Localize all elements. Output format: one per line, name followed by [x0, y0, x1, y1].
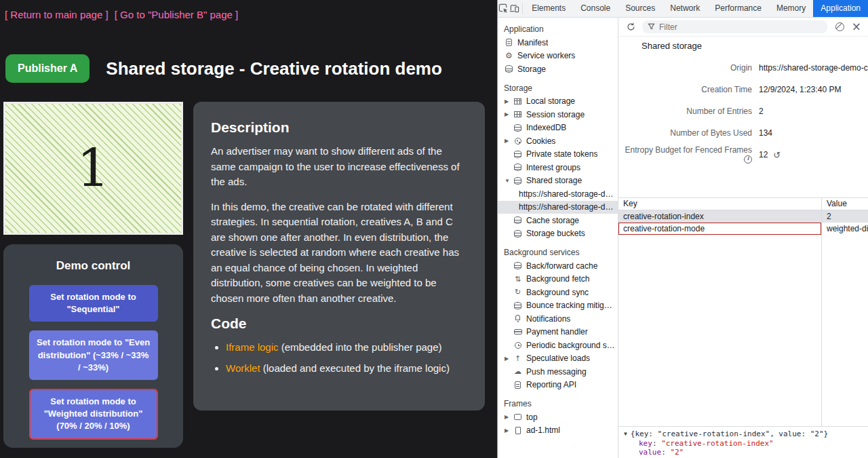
refresh-icon[interactable] [627, 22, 635, 31]
sidebar-section-storage: Storage▶Local storage▶Session storageInd… [498, 82, 618, 241]
sidebar-item-background-fetch[interactable]: Background fetch [498, 273, 618, 286]
sidebar-item-session-storage[interactable]: ▶Session storage [498, 108, 618, 121]
sidebar-item-label: Storage [517, 64, 546, 74]
tabbar-divider [522, 3, 523, 14]
sidebar-item-periodic-background-sync[interactable]: Periodic background sync [498, 339, 618, 352]
meta-row-entropy-budget-for-fenced-frames: Entropy Budget for Fenced Frames12↺ [618, 144, 868, 166]
sidebar-item-speculative-loads[interactable]: ▶Speculative loads [498, 352, 618, 366]
tab-performance[interactable]: Performance [707, 0, 769, 17]
storage-row-creative-rotation-index[interactable]: creative-rotation-index2 [618, 210, 868, 223]
rotation-mode-button-even-distribution[interactable]: Set rotation mode to "Even distribution"… [29, 330, 158, 380]
expand-triangle-icon[interactable]: ▶ [505, 98, 513, 104]
filter-input[interactable] [659, 22, 822, 32]
expand-triangle-icon[interactable]: ▶ [505, 356, 513, 362]
sidebar-item-cookies[interactable]: ▶Cookies [498, 134, 618, 148]
sidebar-item-label: Cookies [526, 136, 555, 146]
iframe-logic-link[interactable]: Iframe logic [226, 341, 279, 353]
inspect-icon[interactable] [498, 0, 509, 17]
sidebar-item-indexeddb[interactable]: IndexedDB [498, 121, 618, 135]
manifest-icon [505, 38, 513, 47]
storage-icon [505, 64, 513, 73]
sidebar-item-top[interactable]: ▶top [498, 411, 618, 424]
tab-sources[interactable]: Sources [618, 0, 663, 17]
filter-box[interactable] [642, 20, 827, 33]
sidebar-item-interest-groups[interactable]: Interest groups [498, 161, 618, 174]
sidebar-item-local-storage[interactable]: ▶Local storage [498, 95, 618, 109]
sidebar-item-label: Session storage [526, 110, 585, 119]
code-item-text: (loaded and executed by the iframe logic… [260, 362, 450, 374]
device-toolbar-icon[interactable] [509, 0, 519, 17]
reset-budget-icon[interactable]: ↺ [773, 150, 781, 160]
sidebar-item-storage[interactable]: Storage [498, 62, 618, 76]
sidebar-item-background-sync[interactable]: Background sync [498, 286, 618, 299]
panel-toolbar: × [618, 18, 868, 37]
sidebar-item-back-forward-cache[interactable]: Back/forward cache [498, 259, 618, 273]
meta-value-text: 134 [759, 128, 772, 138]
sidebar-item-payment-handler[interactable]: Payment handler [498, 326, 618, 339]
background-sync-icon [513, 288, 522, 297]
preview-object[interactable]: ▼{key: "creative-rotation-index", value:… [624, 430, 868, 439]
sidebar-item-shared-storage[interactable]: ▼Shared storage [498, 174, 618, 188]
storage-buckets-icon [513, 229, 522, 238]
meta-value: 12/9/2024, 1:23:40 PM [759, 85, 868, 94]
tab-console[interactable]: Console [573, 0, 618, 17]
filter-icon [648, 23, 655, 31]
indexeddb-icon [513, 123, 522, 132]
tab-memory[interactable]: Memory [769, 0, 813, 17]
shared-storage-icon [513, 176, 522, 185]
expand-triangle-icon[interactable]: ▶ [505, 138, 513, 144]
devtools-tabs: ElementsConsoleSourcesNetworkPerformance… [524, 0, 868, 17]
delete-selected-icon[interactable]: × [852, 21, 861, 33]
sidebar-item-label: Cache storage [526, 216, 579, 225]
preview-object-text: {key: "creative-rotation-index", value: … [631, 430, 828, 438]
bfcache-icon [513, 261, 522, 270]
sidebar-item-label: Reporting API [526, 380, 576, 389]
meta-row-number-of-bytes-used: Number of Bytes Used134 [618, 122, 868, 144]
column-header-value[interactable]: Value [822, 198, 868, 210]
ad-creative-frame[interactable]: 1 [3, 102, 183, 235]
sidebar-item-push-messaging[interactable]: Push messaging [498, 365, 618, 379]
sidebar-item-notifications[interactable]: Notifications [498, 312, 618, 326]
sidebar-item-storage-buckets[interactable]: Storage buckets [498, 227, 618, 241]
tab-application[interactable]: Application [813, 0, 868, 17]
sidebar-item-https-shared-storage-demo-co[interactable]: https://shared-storage-demo-co [498, 201, 618, 214]
collapse-triangle-icon[interactable]: ▼ [624, 430, 627, 439]
sidebar-item-label: Back/forward cache [526, 261, 597, 271]
code-list: Iframe logic (embedded into the publishe… [211, 340, 467, 376]
sidebar-item-service-workers[interactable]: Service workers [498, 50, 618, 63]
sidebar-item-label: Notifications [526, 314, 570, 324]
publisher-b-link[interactable]: [ Go to "Publisher B" page ] [115, 9, 238, 20]
storage-items-grid: Key Value creative-rotation-index2creati… [618, 197, 868, 426]
worklet-link[interactable]: Worklet [226, 362, 260, 374]
clear-all-icon[interactable] [835, 22, 844, 31]
column-header-key[interactable]: Key [618, 198, 822, 210]
tab-network[interactable]: Network [663, 0, 707, 17]
collapse-triangle-icon[interactable]: ▼ [505, 178, 513, 184]
grid-rows: creative-rotation-index2creative-rotatio… [618, 210, 868, 235]
sidebar-item-https-shared-storage-demo-co[interactable]: https://shared-storage-demo-co [498, 187, 618, 201]
meta-label: Entropy Budget for Fenced Frames [618, 145, 752, 164]
grid-empty-area [618, 235, 868, 426]
meta-label: Origin [618, 63, 752, 73]
sidebar-item-ad-1-html[interactable]: ▶ad-1.html [498, 424, 618, 438]
info-icon[interactable] [744, 155, 752, 164]
sidebar-item-bounce-tracking-mitigations[interactable]: Bounce tracking mitigations [498, 299, 618, 313]
expand-triangle-icon[interactable]: ▶ [505, 414, 513, 420]
tab-elements[interactable]: Elements [524, 0, 573, 17]
sidebar-item-cache-storage[interactable]: Cache storage [498, 214, 618, 227]
sidebar-item-manifest[interactable]: Manifest [498, 36, 618, 50]
expand-triangle-icon[interactable]: ▶ [505, 427, 513, 434]
sidebar-section-background-services: Background servicesBack/forward cacheBac… [498, 246, 618, 392]
sidebar-item-reporting-api[interactable]: Reporting API [498, 379, 618, 392]
return-main-link[interactable]: [ Return to main page ] [5, 9, 108, 20]
interest-groups-icon [513, 163, 522, 172]
expand-triangle-icon[interactable]: ▶ [505, 111, 513, 117]
sidebar-item-private-state-tokens[interactable]: Private state tokens [498, 148, 618, 161]
rotation-mode-button-weighted-distribution[interactable]: Set rotation mode to "Weighted distribut… [29, 389, 158, 440]
rotation-mode-button-sequential[interactable]: Set rotation mode to "Sequential" [29, 285, 158, 322]
sidebar-item-label: Local storage [526, 96, 575, 106]
payment-handler-icon [513, 328, 522, 337]
storage-row-creative-rotation-mode[interactable]: creative-rotation-modeweighted-distribut… [618, 223, 868, 235]
sidebar-item-label: https://shared-storage-demo-co [519, 189, 615, 199]
meta-value-text: 2 [759, 107, 764, 116]
